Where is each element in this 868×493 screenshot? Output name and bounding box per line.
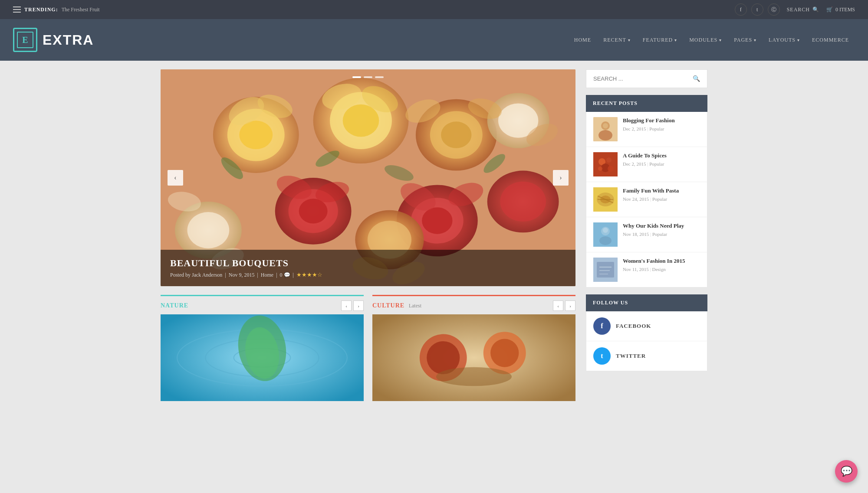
- slider-title: BEAUTIFUL BOUQUETS: [170, 258, 566, 269]
- nav-featured-arrow: ▾: [674, 38, 677, 42]
- recent-post-item-4[interactable]: Why Our Kids Need Play Nov 18, 2015 | Po…: [586, 217, 707, 252]
- slider-caption: BEAUTIFUL BOUQUETS Posted by Jack Anders…: [161, 250, 575, 286]
- nav-home[interactable]: HOME: [568, 33, 597, 47]
- follow-facebook[interactable]: f FACEBOOK: [586, 311, 707, 341]
- svg-point-12: [299, 199, 328, 223]
- slider-sep1: |: [225, 272, 226, 278]
- post-date-4: Nov 18, 2015: [623, 232, 649, 237]
- slider-posted: Posted by Jack Anderson: [170, 272, 222, 278]
- nav-layouts-label: LAYOUTS: [769, 37, 796, 43]
- culture-title-area: CULTURE Latest: [372, 302, 421, 309]
- nature-next-btn[interactable]: ›: [353, 300, 364, 311]
- twitter-icon: t: [593, 347, 611, 365]
- recent-post-title-5: Women's Fashion In 2015: [623, 258, 700, 265]
- recent-post-info-5: Women's Fashion In 2015 Nov 11, 2015 | D…: [623, 258, 700, 272]
- instagram-top-icon[interactable]: Ⓒ: [768, 3, 780, 16]
- svg-rect-75: [597, 262, 614, 278]
- nature-image: [161, 314, 364, 401]
- recent-post-meta-3: Nov 24, 2015 | Popular: [623, 196, 700, 202]
- trending-text: The Freshest Fruit: [62, 7, 100, 13]
- svg-point-58: [603, 123, 608, 128]
- slider-dots: [352, 76, 384, 78]
- top-bar-left: TRENDING: The Freshest Fruit: [13, 7, 100, 13]
- slider-meta: Posted by Jack Anderson | Nov 9, 2015 | …: [170, 271, 566, 278]
- nav-featured[interactable]: FEATURED ▾: [637, 33, 683, 47]
- svg-point-19: [187, 212, 230, 248]
- hamburger-icon[interactable]: [13, 7, 21, 13]
- logo-area: E EXTRA: [13, 28, 94, 52]
- post-cat-1: Popular: [649, 126, 664, 131]
- svg-point-61: [606, 157, 612, 163]
- culture-prev-btn[interactable]: ‹: [553, 300, 563, 311]
- post-cat-4: Popular: [652, 232, 667, 237]
- search-top-icon: 🔍: [812, 7, 819, 13]
- sidebar: 🔍 RECENT POSTS Blogging For F: [586, 69, 707, 401]
- bottom-sections: NATURE ‹ ›: [161, 295, 575, 401]
- recent-post-thumb-5: [593, 258, 618, 282]
- nature-nav: ‹ ›: [341, 300, 364, 311]
- slider-dot-2[interactable]: [364, 76, 372, 78]
- post-date-2: Dec 2, 2015: [623, 161, 646, 167]
- culture-next-btn[interactable]: ›: [565, 300, 575, 311]
- nav-pages[interactable]: PAGES ▾: [728, 33, 763, 47]
- search-top-button[interactable]: SEARCH 🔍: [787, 7, 819, 13]
- nav-recent[interactable]: RECENT ▾: [597, 33, 637, 47]
- follow-header: FOLLOW US: [586, 294, 707, 311]
- recent-post-info-3: Family Fun With Pasta Nov 24, 2015 | Pop…: [623, 187, 700, 202]
- search-top-label: SEARCH: [787, 7, 810, 13]
- follow-widget: FOLLOW US f FACEBOOK t TWITTER: [586, 294, 707, 371]
- nature-prev-btn[interactable]: ‹: [341, 300, 352, 311]
- svg-rect-49: [372, 314, 575, 401]
- recent-post-thumb-2: [593, 152, 618, 176]
- nav-recent-arrow: ▾: [628, 38, 631, 42]
- logo-box: E: [13, 28, 37, 52]
- recent-post-item-3[interactable]: Family Fun With Pasta Nov 24, 2015 | Pop…: [586, 182, 707, 217]
- culture-title: CULTURE: [372, 302, 404, 309]
- follow-twitter[interactable]: t TWITTER: [586, 341, 707, 371]
- slider-dot-1[interactable]: [352, 76, 361, 78]
- recent-post-info-2: A Guide To Spices Dec 2, 2015 | Popular: [623, 152, 700, 167]
- slider-sep4: |: [293, 272, 294, 278]
- svg-point-6: [343, 104, 379, 137]
- nav-layouts-arrow: ▾: [797, 38, 800, 42]
- cart-label: 0 ITEMS: [835, 7, 855, 13]
- main-nav: HOME RECENT ▾ FEATURED ▾ MODULES ▾ PAGES…: [568, 33, 855, 47]
- facebook-top-icon[interactable]: f: [735, 3, 747, 16]
- recent-post-meta-2: Dec 2, 2015 | Popular: [623, 161, 700, 167]
- svg-point-73: [603, 228, 608, 233]
- recent-post-meta-5: Nov 11, 2015 | Design: [623, 267, 700, 272]
- sidebar-search-box[interactable]: 🔍: [586, 69, 707, 88]
- svg-point-15: [422, 207, 452, 234]
- nav-ecommerce[interactable]: ECOMMERCE: [806, 33, 855, 47]
- nature-header: NATURE ‹ ›: [161, 295, 364, 314]
- recent-post-title-4: Why Our Kids Need Play: [623, 222, 700, 230]
- recent-post-item-5[interactable]: Women's Fashion In 2015 Nov 11, 2015 | D…: [586, 252, 707, 287]
- recent-post-item-1[interactable]: Blogging For Fashion Dec 2, 2015 | Popul…: [586, 112, 707, 147]
- recent-post-meta-1: Dec 2, 2015 | Popular: [623, 126, 700, 131]
- recent-post-title-2: A Guide To Spices: [623, 152, 700, 160]
- post-date-5: Nov 11, 2015: [623, 267, 649, 272]
- post-cat-3: Popular: [652, 196, 667, 202]
- slider-next-button[interactable]: ›: [553, 170, 569, 186]
- slider-container: ‹ › BEAUTIFUL BOUQUETS Posted by Jack An…: [161, 69, 575, 286]
- nav-modules-arrow: ▾: [719, 38, 722, 42]
- post-cat-2: Popular: [649, 161, 664, 167]
- recent-post-thumb-3: [593, 187, 618, 212]
- svg-point-72: [599, 236, 612, 245]
- cart-button[interactable]: 🛒 0 ITEMS: [826, 7, 855, 13]
- nav-modules[interactable]: MODULES ▾: [683, 33, 728, 47]
- culture-header: CULTURE Latest ‹ ›: [372, 295, 575, 314]
- logo-text[interactable]: EXTRA: [43, 32, 94, 48]
- recent-post-title-1: Blogging For Fashion: [623, 117, 700, 124]
- culture-section: CULTURE Latest ‹ ›: [372, 295, 575, 401]
- nav-layouts[interactable]: LAYOUTS ▾: [763, 33, 806, 47]
- slider-section: ‹ › BEAUTIFUL BOUQUETS Posted by Jack An…: [161, 69, 575, 401]
- culture-image: [372, 314, 575, 401]
- sidebar-search-input[interactable]: [593, 75, 693, 82]
- slider-dot-3[interactable]: [375, 76, 384, 78]
- facebook-icon: f: [593, 317, 611, 335]
- slider-prev-button[interactable]: ‹: [168, 170, 183, 186]
- twitter-top-icon[interactable]: t: [751, 3, 763, 16]
- recent-post-item-2[interactable]: A Guide To Spices Dec 2, 2015 | Popular: [586, 147, 707, 182]
- twitter-label: TWITTER: [616, 353, 646, 359]
